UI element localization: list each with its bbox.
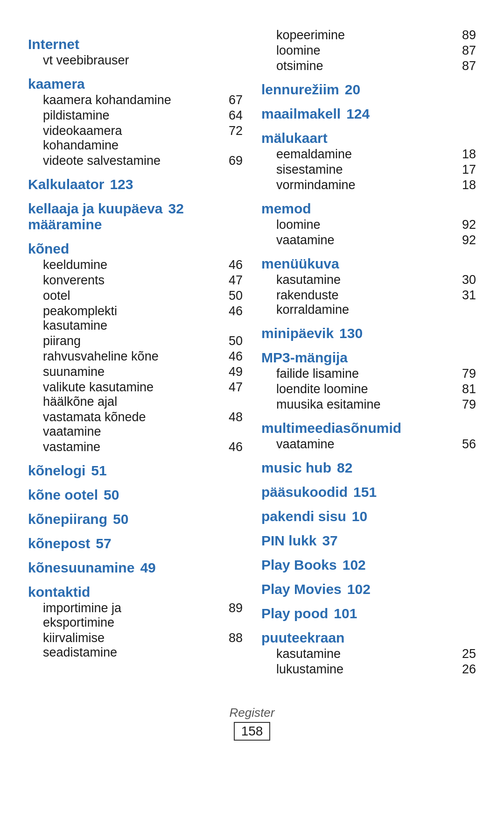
index-section-header: kõne ootel50 <box>28 487 243 503</box>
index-subitem: lukustamine26 <box>261 662 476 677</box>
section-label: puuteekraan <box>261 630 344 645</box>
index-section-header: lennurežiim20 <box>261 82 476 98</box>
index-section-header: kontaktid <box>28 584 243 600</box>
section-label: pakendi sisu <box>261 509 346 524</box>
subitem-label: kasutamine <box>276 647 457 661</box>
index-subitem: kaamera kohandamine67 <box>28 93 243 107</box>
section-label: PIN lukk <box>261 533 316 549</box>
section-label: kõned <box>28 241 69 256</box>
index-subitem: peakomplekti kasutamine46 <box>28 304 243 333</box>
section-label: Internet <box>28 36 79 52</box>
index-section-header: Internet <box>28 36 243 52</box>
index-subitem: kopeerimine89 <box>261 28 476 42</box>
index-section-header: pakendi sisu10 <box>261 509 476 524</box>
subitem-label: muusika esitamine <box>276 397 457 412</box>
subitem-page: 50 <box>229 334 243 348</box>
footer: Register 158 <box>28 706 476 741</box>
section-label: MP3-mängija <box>261 350 348 365</box>
subitem-page: 25 <box>462 647 476 661</box>
index-subitem: kasutamine25 <box>261 647 476 661</box>
subitem-label: konverents <box>43 273 224 288</box>
subitem-label: pildistamine <box>43 108 224 123</box>
index-section-header: Kalkulaator123 <box>28 177 243 192</box>
subitem-label: eemaldamine <box>276 147 457 162</box>
index-subitem: ootel50 <box>28 289 243 303</box>
index-subitem: valikute kasutamine häälkõne ajal47 <box>28 380 243 409</box>
index-subitem: loomine92 <box>261 218 476 232</box>
index-subitem: videote salvestamine69 <box>28 154 243 168</box>
index-subitem: failide lisamine79 <box>261 367 476 381</box>
subitem-page: 64 <box>229 108 243 123</box>
index-subitem: vaatamine56 <box>261 437 476 452</box>
section-label: mälukaart <box>261 130 328 146</box>
section-label: Play Movies <box>261 581 342 597</box>
index-section-header: kaamera <box>28 76 243 92</box>
subitem-label: suunamine <box>43 365 224 379</box>
subitem-page: 47 <box>229 380 243 409</box>
index-subitem: keeldumine46 <box>28 258 243 272</box>
index-section-header: pääsukoodid151 <box>261 484 476 500</box>
subitem-page: 46 <box>229 304 243 333</box>
section-label: Play Books <box>261 557 337 573</box>
index-subitem: piirang50 <box>28 334 243 348</box>
subitem-page: 92 <box>462 218 476 232</box>
subitem-label: vaatamine <box>276 233 457 247</box>
subitem-page: 46 <box>229 258 243 272</box>
subitem-page: 47 <box>229 273 243 288</box>
index-subitem: otsimine87 <box>261 59 476 73</box>
subitem-label: videokaamera kohandamine <box>43 124 224 153</box>
subitem-label: failide lisamine <box>276 367 457 381</box>
section-page: 82 <box>337 460 352 476</box>
subitem-label: kaamera kohandamine <box>43 93 224 107</box>
footer-label: Register <box>28 706 476 720</box>
subitem-label: lukustamine <box>276 662 457 677</box>
index-subitem: suunamine49 <box>28 365 243 379</box>
index-subitem: videokaamera kohandamine72 <box>28 124 243 153</box>
section-page: 101 <box>334 606 357 622</box>
section-page: 123 <box>110 177 133 192</box>
section-page: 37 <box>322 533 337 549</box>
index-subitem: konverents47 <box>28 273 243 288</box>
left-column: Internetvt veebibrauserkaamerakaamera ko… <box>28 28 243 678</box>
subitem-page: 18 <box>462 178 476 192</box>
section-page: 50 <box>104 487 119 503</box>
subitem-page: 49 <box>229 365 243 379</box>
subitem-page: 92 <box>462 233 476 247</box>
subitem-label: loendite loomine <box>276 382 457 396</box>
index-section-header: kõned <box>28 241 243 257</box>
subitem-label: ootel <box>43 289 224 303</box>
subitem-label: loomine <box>276 218 457 232</box>
subitem-page: 50 <box>229 289 243 303</box>
index-subitem: vt veebibrauser <box>28 53 243 68</box>
section-label: kõne ootel <box>28 487 98 503</box>
subitem-label: peakomplekti kasutamine <box>43 304 224 333</box>
subitem-label: rahvusvaheline kõne <box>43 349 224 364</box>
section-label: kõnesuunamine <box>28 560 134 576</box>
index-section-header: MP3-mängija <box>261 350 476 366</box>
subitem-page: 30 <box>462 273 476 287</box>
index-section-header: kõnesuunamine49 <box>28 560 243 576</box>
section-page: 124 <box>346 106 370 122</box>
subitem-page: 87 <box>462 59 476 73</box>
index-subitem: vastamata kõnede vaatamine48 <box>28 410 243 439</box>
index-subitem: vaatamine92 <box>261 233 476 247</box>
index-subitem: rahvusvaheline kõne46 <box>28 349 243 364</box>
index-section-header: minipäevik130 <box>261 325 476 341</box>
index-section-header: puuteekraan <box>261 630 476 646</box>
subitem-label: vastamata kõnede vaatamine <box>43 410 224 439</box>
index-section-header: kõnepiirang50 <box>28 511 243 527</box>
section-page: 51 <box>91 463 106 479</box>
section-page: 50 <box>113 511 128 527</box>
index-section-header: Play pood101 <box>261 606 476 622</box>
section-label: minipäevik <box>261 325 334 341</box>
subitem-page: 87 <box>462 43 476 58</box>
subitem-label: vormindamine <box>276 178 457 192</box>
section-label: kellaaja ja kuupäeva määramine <box>28 201 163 233</box>
section-label: music hub <box>261 460 331 476</box>
index-section-header: menüükuva <box>261 256 476 272</box>
subitem-page: 48 <box>229 410 243 439</box>
section-label: multimeediasõnumid <box>261 420 401 436</box>
subitem-label: vt veebibrauser <box>43 53 243 68</box>
section-label: kontaktid <box>28 584 90 600</box>
index-subitem: loomine87 <box>261 43 476 58</box>
